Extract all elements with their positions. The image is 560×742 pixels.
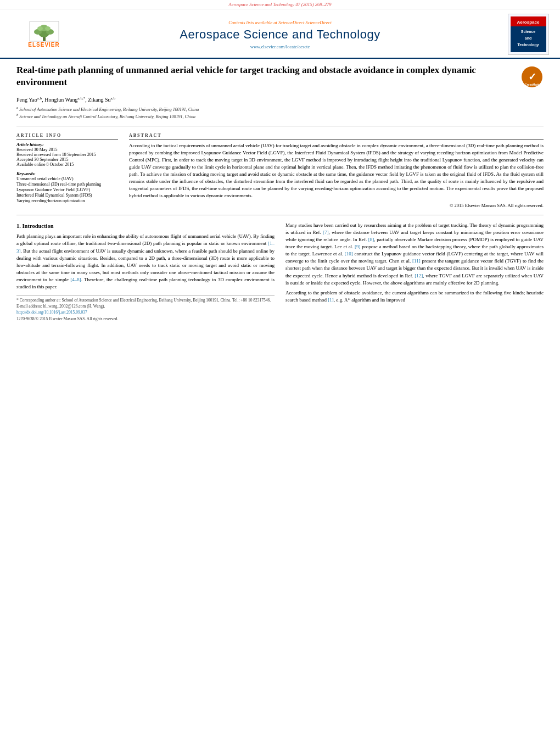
author-1-sup: a,b: [37, 96, 42, 101]
revised-date: Received in revised form 18 September 20…: [16, 152, 118, 157]
elsevier-logo: ELSEVIER: [11, 21, 77, 48]
ref-10[interactable]: [10]: [345, 251, 353, 256]
copyright-footer: 1270-9638/© 2015 Elsevier Masson SAS. Al…: [16, 316, 275, 322]
abstract-copyright: © 2015 Elsevier Masson SAS. All rights r…: [129, 203, 544, 208]
email-note: E-mail address: hl_wang_2002@126.com (H.…: [16, 304, 275, 310]
intro-para-2: Many studies have been carried out by re…: [285, 222, 544, 286]
keyword-3: Lyapunov Guidance Vector Field (LGVF): [16, 187, 118, 192]
abstract-header: ABSTRACT: [129, 133, 544, 140]
article-title-section: Real-time path planning of unmanned aeri…: [16, 64, 544, 92]
affiliations: a School of Automation Science and Elect…: [16, 105, 544, 119]
abstract-col: ABSTRACT According to the tactical requi…: [129, 133, 544, 208]
header-center: Contents lists available at ScienceDirec…: [77, 20, 483, 49]
article-history-label: Article history:: [16, 142, 118, 147]
svg-text:and: and: [525, 36, 531, 40]
journal-header: ELSEVIER Contents lists available at Sci…: [0, 9, 560, 59]
divider-1: [16, 126, 544, 126]
body-col-right: Many studies have been carried out by re…: [285, 222, 544, 322]
crossmark-badge[interactable]: ✓ CrossMark: [522, 66, 544, 88]
author-3: Zikang Su: [88, 97, 110, 103]
doi-link[interactable]: http://dx.doi.org/10.1016/j.ast.2015.09.…: [16, 310, 275, 316]
article-info-col: ARTICLE INFO Article history: Received 3…: [16, 133, 118, 208]
logo-box-text: Aerospace Science and Technology: [511, 16, 546, 53]
ref-12[interactable]: [12]: [415, 273, 423, 278]
article-history-group: Article history: Received 30 May 2015 Re…: [16, 142, 118, 167]
ref-8[interactable]: [8]: [368, 237, 374, 242]
elsevier-tree-icon: [29, 21, 59, 42]
top-banner: Aerospace Science and Technology 47 (201…: [0, 0, 560, 9]
ref-4-8[interactable]: [4–8]: [70, 277, 81, 282]
keyword-4: Interfered Fluid Dynamical System (IFDS): [16, 193, 118, 198]
ref-9[interactable]: [9]: [355, 244, 361, 249]
intro-heading: 1. Introduction: [16, 222, 275, 230]
svg-text:Technology: Technology: [518, 43, 539, 47]
svg-text:CrossMark: CrossMark: [525, 83, 539, 86]
authors-line: Peng Yaoa,b, Honglun Wanga,b,*, Zikang S…: [16, 96, 544, 103]
footnote-section: * Corresponding author at: School of Aut…: [16, 295, 275, 310]
author-2: Honglun Wang: [44, 97, 77, 103]
main-content: Real-time path planning of unmanned aeri…: [0, 59, 560, 328]
elsevier-text: ELSEVIER: [28, 42, 59, 48]
svg-text:Science: Science: [521, 30, 536, 34]
ref-11[interactable]: [11]: [412, 258, 421, 264]
svg-point-6: [45, 26, 51, 31]
affiliation-1-sup: a: [16, 105, 18, 109]
svg-text:Aerospace: Aerospace: [517, 20, 540, 25]
svg-text:✓: ✓: [528, 71, 536, 82]
ast-logo-icon: Aerospace Science and Technology: [511, 16, 546, 52]
author-3-sup: a,b: [111, 96, 115, 101]
article-info-abstract: ARTICLE INFO Article history: Received 3…: [16, 133, 544, 208]
received-date: Received 30 May 2015: [16, 147, 118, 152]
divider-2: [16, 215, 544, 215]
ref-1-3[interactable]: [1–3]: [16, 241, 275, 253]
keyword-1: Unmanned aerial vehicle (UAV): [16, 176, 118, 181]
sciencedirect-link: Contents lists available at ScienceDirec…: [77, 20, 483, 25]
sciencedirect-brand: ScienceDirect: [305, 20, 331, 25]
affiliation-2: b Science and Technology on Aircraft Con…: [16, 113, 544, 119]
affiliation-1: a School of Automation Science and Elect…: [16, 105, 544, 112]
journal-title: Aerospace Science and Technology: [77, 27, 483, 42]
svg-point-5: [37, 26, 43, 31]
banner-text: Aerospace Science and Technology 47 (201…: [229, 2, 332, 7]
crossmark-icon: ✓ CrossMark: [522, 66, 542, 87]
article-title: Real-time path planning of unmanned aeri…: [16, 64, 522, 88]
affiliation-2-sup: b: [16, 113, 18, 116]
keyword-5: Varying receding-horizon optimization: [16, 198, 118, 203]
journal-url[interactable]: www.elsevier.com/locate/aescte: [77, 44, 483, 49]
sciencedirect-prefix: Contents lists available at ScienceDirec…: [228, 20, 304, 25]
keyword-2: Three-dimensional (3D) real-time path pl…: [16, 182, 118, 187]
journal-logo-box: Aerospace Science and Technology: [508, 14, 549, 55]
ref-7[interactable]: [7]: [323, 230, 329, 235]
elsevier-logo-container: ELSEVIER: [11, 21, 77, 48]
article-info-header: ARTICLE INFO: [16, 133, 118, 140]
abstract-text: According to the tactical requirements o…: [129, 142, 544, 199]
corresponding-note: * Corresponding author at: School of Aut…: [16, 298, 275, 304]
header-right: Aerospace Science and Technology: [483, 14, 549, 55]
affiliation-2-text: Science and Technology on Aircraft Contr…: [19, 114, 195, 119]
body-col-left: 1. Introduction Path planning plays an i…: [16, 222, 275, 322]
author-2-sup: a,b,*: [78, 96, 86, 101]
intro-para-1: Path planning plays an important role in…: [16, 233, 275, 290]
keywords-label: Keywords:: [16, 171, 118, 176]
intro-para-3: According to the problem of obstacle avo…: [285, 289, 544, 304]
available-date: Available online 8 October 2015: [16, 162, 118, 167]
accepted-date: Accepted 30 September 2015: [16, 157, 118, 162]
affiliation-1-text: School of Automation Science and Electri…: [19, 107, 199, 111]
body-content: 1. Introduction Path planning plays an i…: [16, 222, 544, 322]
keywords-section: Keywords: Unmanned aerial vehicle (UAV) …: [16, 171, 118, 203]
author-1: Peng Yao: [16, 97, 37, 103]
ref-1-obs[interactable]: [1]: [328, 297, 334, 303]
crossmark-svg: ✓ CrossMark: [522, 67, 542, 87]
